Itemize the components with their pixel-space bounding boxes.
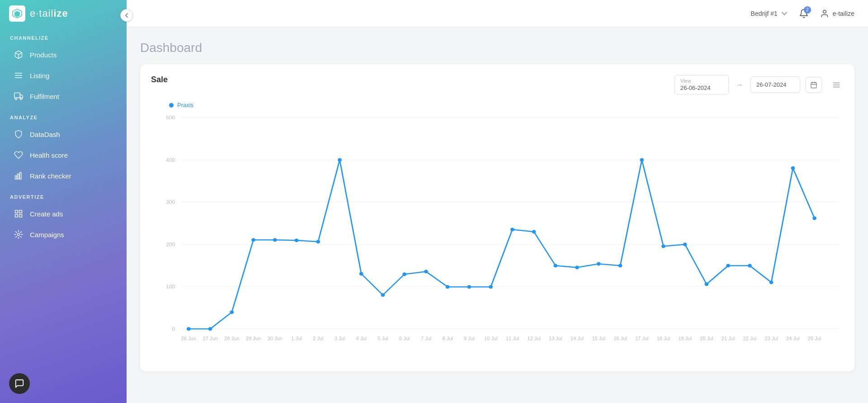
- calendar-button[interactable]: [806, 77, 822, 93]
- svg-rect-13: [19, 211, 22, 213]
- shield-icon: [14, 129, 24, 139]
- data-point: [597, 262, 601, 266]
- data-point: [640, 158, 644, 162]
- svg-text:9 Jul: 9 Jul: [464, 336, 474, 341]
- svg-text:27 Jun: 27 Jun: [203, 336, 217, 341]
- sidebar-item-datadash-label: DataDash: [30, 131, 60, 138]
- section-label-advertize: ADVERTIZE: [0, 186, 127, 203]
- legend-dot: [169, 103, 174, 108]
- data-point: [791, 166, 795, 170]
- sidebar-item-rank-checker[interactable]: Rank checker: [4, 166, 123, 186]
- sidebar-item-datadash[interactable]: DataDash: [4, 124, 123, 144]
- data-point: [273, 238, 277, 242]
- svg-text:300: 300: [166, 199, 175, 205]
- sidebar-item-listing[interactable]: Listing: [4, 66, 123, 85]
- chart-header: Sale View 26-06-2024 → 26-07-2024: [151, 75, 844, 94]
- svg-text:14 Jul: 14 Jul: [571, 336, 584, 341]
- section-label-analyze: ANALYZE: [0, 107, 127, 124]
- svg-text:20 Jul: 20 Jul: [700, 336, 713, 341]
- data-point: [208, 327, 212, 331]
- data-point: [661, 244, 665, 248]
- campaigns-icon: [14, 230, 24, 239]
- date-end-box[interactable]: 26-07-2024: [750, 76, 800, 93]
- svg-text:30 Jun: 30 Jun: [268, 336, 283, 341]
- data-point: [532, 230, 536, 234]
- svg-text:4 Jul: 4 Jul: [356, 336, 366, 341]
- svg-text:26 Jun: 26 Jun: [181, 336, 196, 341]
- sidebar-item-create-ads[interactable]: Create ads: [4, 204, 123, 224]
- chart-card: Sale View 26-06-2024 → 26-07-2024: [140, 64, 854, 371]
- svg-point-8: [20, 98, 22, 99]
- date-start-box[interactable]: View 26-06-2024: [675, 75, 729, 94]
- data-point: [295, 239, 299, 242]
- topbar: Bedrijf #1 2 e-tailize: [127, 0, 868, 27]
- legend-label: Praxis: [177, 102, 193, 108]
- sidebar-item-products[interactable]: Products: [4, 45, 123, 65]
- data-point: [769, 281, 774, 284]
- chat-button[interactable]: [9, 373, 30, 394]
- svg-text:2 Jul: 2 Jul: [313, 336, 323, 341]
- svg-text:25 Jul: 25 Jul: [808, 336, 821, 341]
- data-point: [359, 272, 363, 276]
- chart-controls: View 26-06-2024 → 26-07-2024: [675, 75, 844, 94]
- svg-text:3 Jul: 3 Jul: [335, 336, 345, 341]
- notifications-bell[interactable]: 2: [797, 6, 811, 21]
- data-point: [510, 228, 514, 231]
- sidebar-item-fulfilment[interactable]: Fulfilment: [4, 86, 123, 106]
- sidebar-collapse-button[interactable]: [120, 9, 133, 22]
- company-selector[interactable]: Bedrijf #1: [751, 10, 788, 17]
- data-point: [748, 264, 752, 267]
- data-point: [381, 293, 385, 297]
- data-point: [316, 240, 320, 244]
- date-end: 26-07-2024: [756, 81, 787, 88]
- lines-icon: [14, 70, 24, 80]
- heart-icon: [14, 150, 24, 160]
- data-point: [575, 266, 579, 269]
- data-point: [704, 282, 708, 286]
- page-content: Dashboard Sale View 26-06-2024 → 26-07-2…: [127, 27, 868, 403]
- data-point: [467, 285, 471, 289]
- date-arrow-icon: →: [731, 81, 748, 89]
- svg-text:6 Jul: 6 Jul: [399, 336, 410, 341]
- svg-text:200: 200: [166, 242, 175, 247]
- logo-icon: [9, 5, 25, 22]
- svg-point-16: [18, 234, 20, 236]
- svg-text:500: 500: [166, 115, 175, 120]
- sidebar-item-rank-checker-label: Rank checker: [30, 172, 71, 180]
- svg-text:400: 400: [166, 157, 175, 163]
- company-name: Bedrijf #1: [751, 10, 778, 17]
- sidebar-item-listing-label: Listing: [30, 72, 49, 80]
- sidebar-item-fulfilment-label: Fulfilment: [30, 93, 59, 100]
- svg-text:0: 0: [172, 326, 175, 332]
- chart-menu-button[interactable]: [829, 78, 844, 92]
- view-label: View: [680, 78, 723, 84]
- data-point: [338, 158, 342, 162]
- svg-text:19 Jul: 19 Jul: [678, 336, 692, 341]
- svg-text:12 Jul: 12 Jul: [527, 336, 541, 341]
- svg-text:24 Jul: 24 Jul: [786, 336, 800, 341]
- sidebar-item-health-score-label: Health score: [30, 151, 68, 159]
- sidebar-item-campaigns[interactable]: Campaigns: [4, 225, 123, 244]
- svg-rect-9: [15, 176, 17, 179]
- sidebar-item-products-label: Products: [30, 51, 57, 59]
- user-name: e-tailize: [833, 10, 854, 17]
- user-menu[interactable]: e-tailize: [820, 9, 854, 18]
- data-point: [683, 243, 687, 246]
- page-title: Dashboard: [140, 41, 854, 55]
- svg-rect-6: [14, 93, 20, 98]
- svg-text:1 Jul: 1 Jul: [291, 336, 302, 341]
- data-point: [424, 270, 428, 273]
- data-point: [251, 238, 255, 242]
- svg-text:11 Jul: 11 Jul: [506, 336, 519, 341]
- data-point: [187, 327, 191, 331]
- svg-text:13 Jul: 13 Jul: [549, 336, 562, 341]
- data-point: [446, 285, 450, 289]
- truck-icon: [14, 91, 24, 101]
- svg-text:7 Jul: 7 Jul: [421, 336, 431, 341]
- sidebar-item-health-score[interactable]: Health score: [4, 145, 123, 165]
- data-point: [726, 264, 730, 267]
- sidebar-item-campaigns-label: Campaigns: [30, 231, 64, 239]
- svg-text:100: 100: [166, 284, 175, 289]
- svg-text:23 Jul: 23 Jul: [764, 336, 778, 341]
- main-content: Bedrijf #1 2 e-tailize Dashboard Sale Vi…: [127, 0, 868, 403]
